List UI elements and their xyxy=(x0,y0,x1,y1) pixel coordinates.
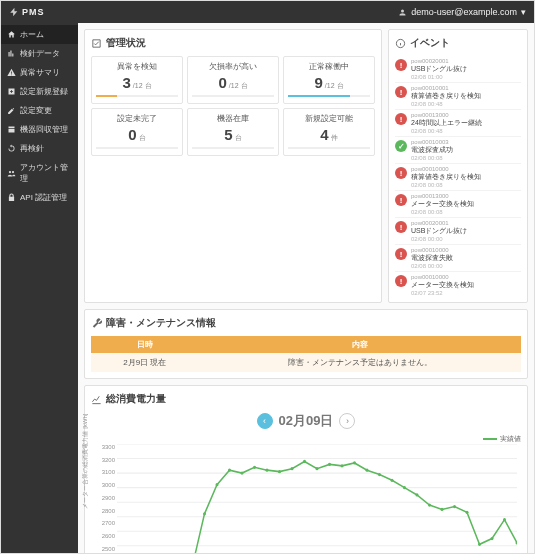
sidebar-label: アカウント管理 xyxy=(20,162,72,184)
chart-legend: 実績値 xyxy=(91,434,521,444)
svg-point-22 xyxy=(228,469,231,472)
sidebar-label: ホーム xyxy=(20,29,44,40)
svg-point-39 xyxy=(441,508,444,511)
stat-label: 機器在庫 xyxy=(192,113,274,124)
panel-title-text: 管理状況 xyxy=(106,36,146,50)
event-message: メーター交換を検知 xyxy=(411,199,521,209)
stat-card[interactable]: 異常を検知3/12 台 xyxy=(91,56,183,104)
event-item[interactable]: !pow0001300024時間以上エラー継続02/08 00:48 xyxy=(395,110,521,137)
stat-unit: 台 xyxy=(235,134,242,141)
svg-point-28 xyxy=(303,460,306,463)
sidebar-label: 設定変更 xyxy=(20,105,52,116)
stat-card[interactable]: 欠損率が高い0/12 台 xyxy=(187,56,279,104)
svg-point-26 xyxy=(278,470,281,473)
sidebar-item-meter-data[interactable]: 検針データ xyxy=(1,44,78,63)
event-item[interactable]: !pow00013000メーター交換を検知02/08 00:08 xyxy=(395,191,521,218)
stat-card[interactable]: 新規設定可能4件 xyxy=(283,108,375,156)
alert-icon: ! xyxy=(395,275,407,287)
user-email[interactable]: demo-user@example.com xyxy=(411,7,517,17)
alert-icon: ! xyxy=(395,221,407,233)
users-icon xyxy=(7,169,16,178)
stat-value: 0 xyxy=(218,74,226,91)
event-item[interactable]: !pow00010000電波探査失敗02/08 00:00 xyxy=(395,245,521,272)
svg-point-32 xyxy=(353,461,356,464)
sidebar-item-account[interactable]: アカウント管理 xyxy=(1,158,78,188)
sidebar-item-recovery[interactable]: 機器回収管理 xyxy=(1,120,78,139)
stat-unit: 件 xyxy=(331,134,338,141)
table-header: 内容 xyxy=(199,336,522,353)
stat-label: 設定未完了 xyxy=(96,113,178,124)
event-message: 電波探査失敗 xyxy=(411,253,521,263)
stat-card[interactable]: 機器在庫5台 xyxy=(187,108,279,156)
svg-point-24 xyxy=(253,466,256,469)
event-time: 02/08 00:08 xyxy=(411,155,521,161)
event-time: 02/08 00:00 xyxy=(411,236,521,242)
sidebar-label: 設定新規登録 xyxy=(20,86,68,97)
panel-title-text: 障害・メンテナンス情報 xyxy=(106,316,216,330)
stat-unit: /12 台 xyxy=(229,82,248,89)
panel-title-text: 総消費電力量 xyxy=(106,392,166,406)
user-icon xyxy=(398,8,407,17)
check-circle-icon xyxy=(91,38,102,49)
prev-date-button[interactable]: ‹ xyxy=(257,413,273,429)
stat-label: 欠損率が高い xyxy=(192,61,274,72)
svg-point-38 xyxy=(428,503,431,506)
svg-point-27 xyxy=(291,467,294,470)
stat-value: 4 xyxy=(320,126,328,143)
table-header: 日時 xyxy=(91,336,199,353)
maintenance-table: 日時内容 2月9日 現在障害・メンテナンス予定はありません。 xyxy=(91,336,521,372)
stat-value: 9 xyxy=(314,74,322,91)
chart-area: メーター合算の総消費電力値 [kWh] 33003200310030002900… xyxy=(117,444,517,553)
svg-point-29 xyxy=(316,467,319,470)
pencil-icon xyxy=(7,106,16,115)
event-item[interactable]: ✓pow00010003電波探査成功02/08 00:08 xyxy=(395,137,521,164)
bolt-icon xyxy=(9,7,19,17)
y-axis-label: メーター合算の総消費電力値 [kWh] xyxy=(81,413,90,508)
event-item[interactable]: !pow00020001USBドングル抜け02/08 01:00 xyxy=(395,56,521,83)
event-item[interactable]: !pow00010001積算値巻き戻りを検知02/08 00:48 xyxy=(395,83,521,110)
event-message: USBドングル抜け xyxy=(411,226,521,236)
svg-point-42 xyxy=(478,543,481,546)
sidebar-item-anomaly[interactable]: 異常サマリ xyxy=(1,63,78,82)
event-item[interactable]: !pow00010000メーター交換を検知02/07 23:52 xyxy=(395,272,521,296)
sidebar-item-edit-config[interactable]: 設定変更 xyxy=(1,101,78,120)
table-cell: 2月9日 現在 xyxy=(91,353,199,372)
sidebar-item-new-config[interactable]: 設定新規登録 xyxy=(1,82,78,101)
event-message: USBドングル抜け xyxy=(411,64,521,74)
refresh-icon xyxy=(7,144,16,153)
svg-point-34 xyxy=(378,473,381,476)
stat-unit: 台 xyxy=(139,134,146,141)
svg-point-41 xyxy=(466,511,469,514)
stat-value: 0 xyxy=(128,126,136,143)
stat-card[interactable]: 正常稼働中9/12 台 xyxy=(283,56,375,104)
svg-point-37 xyxy=(416,493,419,496)
svg-point-44 xyxy=(503,518,506,521)
info-icon xyxy=(395,38,406,49)
stat-unit: /12 台 xyxy=(325,82,344,89)
alert-icon: ! xyxy=(395,86,407,98)
event-item[interactable]: !pow00010000積算値巻き戻りを検知02/08 00:08 xyxy=(395,164,521,191)
stat-label: 異常を検知 xyxy=(96,61,178,72)
next-date-button[interactable]: › xyxy=(339,413,355,429)
topbar: PMS demo-user@example.com ▾ xyxy=(1,1,534,23)
svg-point-31 xyxy=(341,464,344,467)
svg-point-20 xyxy=(203,512,206,515)
event-item[interactable]: !pow00020001USBドングル抜け02/08 00:00 xyxy=(395,218,521,245)
sidebar-item-remeter[interactable]: 再検針 xyxy=(1,139,78,158)
event-message: 24時間以上エラー継続 xyxy=(411,118,521,128)
sidebar-item-api-auth[interactable]: API 認証管理 xyxy=(1,188,78,207)
sidebar-label: 再検針 xyxy=(20,143,44,154)
svg-point-36 xyxy=(403,486,406,489)
event-message: 積算値巻き戻りを検知 xyxy=(411,91,521,101)
sidebar-item-home[interactable]: ホーム xyxy=(1,25,78,44)
svg-point-30 xyxy=(328,463,331,466)
stat-card[interactable]: 設定未完了0台 xyxy=(91,108,183,156)
table-cell: 障害・メンテナンス予定はありません。 xyxy=(199,353,522,372)
svg-point-35 xyxy=(391,479,394,482)
alert-icon: ! xyxy=(395,194,407,206)
chevron-down-icon[interactable]: ▾ xyxy=(521,7,526,17)
alert-icon: ! xyxy=(395,167,407,179)
chart-icon xyxy=(7,49,16,58)
svg-point-21 xyxy=(216,483,219,486)
alert-icon: ! xyxy=(395,248,407,260)
